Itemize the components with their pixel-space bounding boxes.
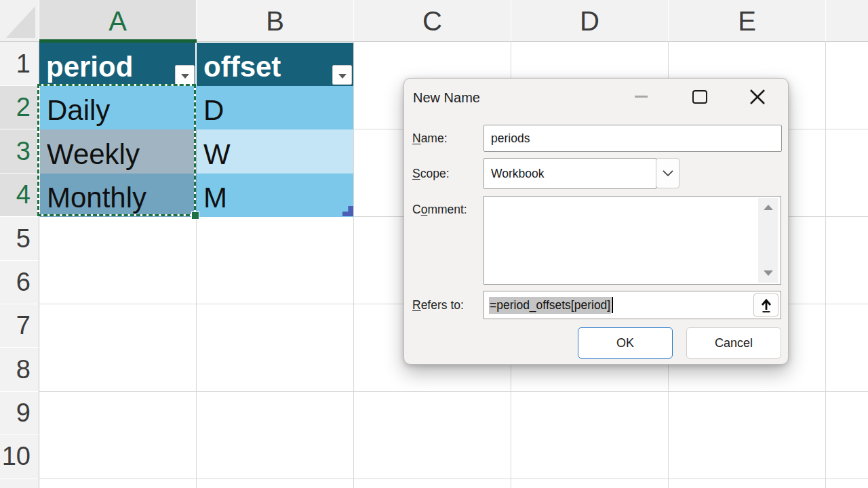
name-input[interactable]: periods <box>484 125 782 152</box>
row-header-10[interactable]: 10 <box>0 435 39 479</box>
cell-a2[interactable]: Daily <box>40 86 197 129</box>
row-header-partial[interactable] <box>0 479 39 488</box>
cell-b2[interactable]: D <box>197 86 353 129</box>
column-letter: D <box>580 6 599 37</box>
table-header-label: period <box>46 52 133 82</box>
cancel-label: Cancel <box>715 336 753 350</box>
column-header-partial[interactable] <box>826 0 868 42</box>
chevron-down-icon <box>662 169 674 178</box>
row-header-6[interactable]: 6 <box>0 261 39 304</box>
cell-a3[interactable]: Weekly <box>40 129 197 174</box>
row-number: 10 <box>2 442 31 471</box>
name-label: Name: <box>412 125 448 152</box>
row-number: 4 <box>16 180 31 209</box>
comment-label: Comment: <box>412 196 467 223</box>
name-value: periods <box>491 131 530 146</box>
cell-text: D <box>203 96 224 125</box>
comment-textarea[interactable] <box>484 196 781 285</box>
row-number: 1 <box>16 49 31 79</box>
collapse-dialog-button[interactable] <box>753 293 778 317</box>
row-number: 8 <box>16 355 31 384</box>
cell-text: W <box>203 140 231 169</box>
row-number: 5 <box>16 224 31 253</box>
row-number: 7 <box>16 311 31 340</box>
filter-button-offset[interactable] <box>332 65 352 85</box>
cancel-button[interactable]: Cancel <box>686 327 781 359</box>
column-letter: C <box>422 6 442 37</box>
scope-label: Scope: <box>412 158 450 189</box>
text-cursor <box>612 297 613 313</box>
cell-a4[interactable]: Monthly <box>40 174 197 217</box>
row-header-7[interactable]: 7 <box>0 304 39 348</box>
scope-value: Workbook <box>491 167 544 181</box>
column-header-b[interactable]: B <box>197 0 354 42</box>
cell-b3[interactable]: W <box>197 129 353 174</box>
column-letter: B <box>266 6 284 37</box>
cell-b1[interactable]: offset <box>197 43 353 86</box>
cell-text: Weekly <box>47 140 140 169</box>
column-header-a[interactable]: A <box>39 0 197 42</box>
row-number: 6 <box>16 268 31 297</box>
scroll-down-icon[interactable] <box>764 270 773 276</box>
scope-select[interactable]: Workbook <box>484 158 656 189</box>
excel-spreadsheet: A B C D E 1 2 3 4 5 6 7 8 9 10 period of… <box>0 0 868 488</box>
select-all-corner[interactable] <box>0 0 39 42</box>
table-header-label: offset <box>203 52 281 82</box>
row-number: 2 <box>16 93 31 122</box>
refers-to-value: =period_offsets[period] <box>489 297 611 314</box>
dialog-title: New Name <box>413 90 480 106</box>
row-header-5[interactable]: 5 <box>0 217 39 261</box>
refers-to-input[interactable]: =period_offsets[period] <box>484 291 781 319</box>
close-icon[interactable] <box>749 89 766 105</box>
row-header-9[interactable]: 9 <box>0 392 39 435</box>
row-header-1[interactable]: 1 <box>0 42 39 86</box>
ok-label: OK <box>616 336 634 350</box>
comment-scrollbar[interactable] <box>758 198 778 283</box>
collapse-dialog-arrow-icon <box>758 297 774 313</box>
cell-b4[interactable]: M <box>197 174 353 217</box>
maximize-icon[interactable] <box>692 90 707 104</box>
row-header-8[interactable]: 8 <box>0 348 39 392</box>
filter-dropdown-icon <box>338 74 347 79</box>
row-header-4[interactable]: 4 <box>0 174 39 217</box>
cell-text: M <box>203 183 227 213</box>
cell-text: Daily <box>47 96 110 125</box>
filter-dropdown-icon <box>181 74 189 79</box>
row-header-2[interactable]: 2 <box>0 86 39 129</box>
ok-button[interactable]: OK <box>578 327 673 359</box>
row-number: 9 <box>16 399 31 428</box>
scope-dropdown-button[interactable] <box>656 158 679 188</box>
cell-text: Monthly <box>47 183 146 213</box>
row-number: 3 <box>16 137 31 166</box>
scroll-up-icon[interactable] <box>764 205 773 210</box>
column-header-d[interactable]: D <box>511 0 669 42</box>
refers-to-label: Refers to: <box>412 291 464 319</box>
filter-button-period[interactable] <box>175 65 195 85</box>
column-header-e[interactable]: E <box>669 0 826 42</box>
column-letter: A <box>108 6 127 37</box>
column-header-c[interactable]: C <box>354 0 511 42</box>
cell-a1[interactable]: period <box>39 43 197 86</box>
minimize-icon[interactable] <box>635 96 648 98</box>
rowheader-right-border <box>39 42 39 488</box>
marquee-corner-handle[interactable] <box>191 211 199 220</box>
row-header-3[interactable]: 3 <box>0 129 39 174</box>
select-all-triangle <box>4 4 35 38</box>
new-name-dialog: New Name Name: periods Scope: Workbook C… <box>403 78 789 365</box>
column-letter: E <box>738 6 756 37</box>
